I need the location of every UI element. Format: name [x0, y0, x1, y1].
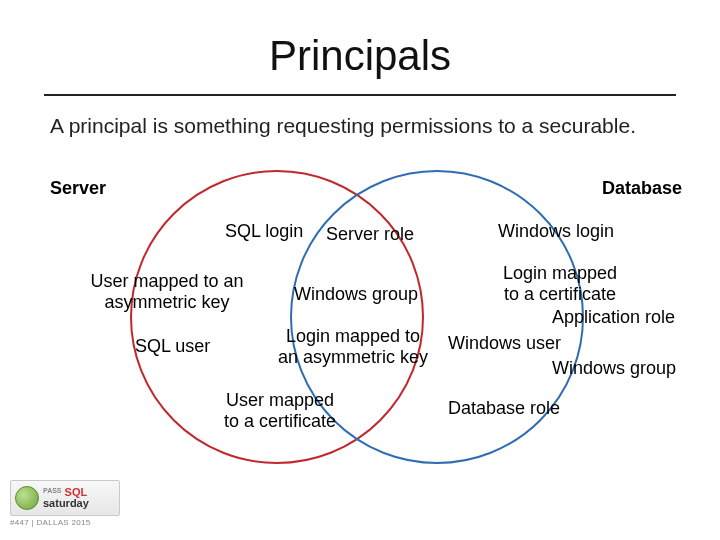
slide: Principals A principal is something requ… — [0, 0, 720, 540]
label-windows-group-right: Windows group — [552, 358, 676, 379]
title-underline — [44, 94, 676, 96]
footer-logo: PASS SQL saturday #447 | DALLAS 2015 — [10, 480, 120, 530]
logo-text: PASS SQL saturday — [43, 487, 89, 509]
label-sql-user: SQL user — [135, 336, 210, 357]
text-line: User mapped to an — [90, 271, 243, 291]
text-line: User mapped — [226, 390, 334, 410]
heading-database: Database — [602, 178, 682, 199]
logo-badge: PASS SQL saturday — [10, 480, 120, 516]
logo-text-bottom: saturday — [43, 498, 89, 509]
label-server-role: Server role — [326, 224, 414, 245]
text-line: to a certificate — [224, 411, 336, 431]
label-database-role: Database role — [448, 398, 560, 419]
label-application-role: Application role — [552, 307, 675, 328]
label-windows-user: Windows user — [448, 333, 561, 354]
text-line: to a certificate — [504, 284, 616, 304]
subtitle: A principal is something requesting perm… — [50, 114, 636, 138]
label-login-asym: Login mapped to an asymmetric key — [268, 326, 438, 367]
text-line: Login mapped to — [286, 326, 420, 346]
label-user-cert: User mapped to a certificate — [210, 390, 350, 431]
label-windows-group-center: Windows group — [294, 284, 418, 305]
label-sql-login: SQL login — [225, 221, 303, 242]
text-line: an asymmetric key — [278, 347, 428, 367]
label-login-cert: Login mapped to a certificate — [490, 263, 630, 304]
key-icon — [15, 486, 39, 510]
label-windows-login: Windows login — [498, 221, 614, 242]
logo-caption: #447 | DALLAS 2015 — [10, 518, 120, 527]
label-user-asym-key: User mapped to an asymmetric key — [82, 271, 252, 312]
text-line: Login mapped — [503, 263, 617, 283]
page-title: Principals — [0, 32, 720, 80]
heading-server: Server — [50, 178, 106, 199]
text-line: asymmetric key — [104, 292, 229, 312]
